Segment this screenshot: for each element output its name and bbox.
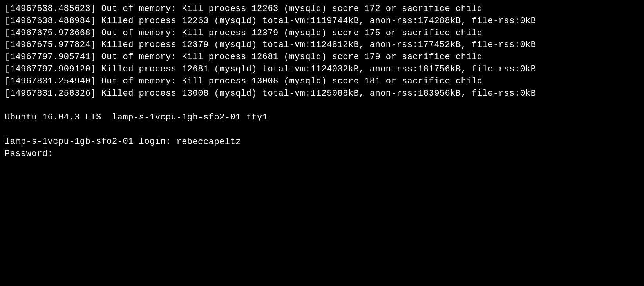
kernel-log-line: [14967638.488984] Killed process 12263 (… — [5, 15, 639, 27]
password-line: Password: — [5, 148, 639, 160]
kernel-log-line: [14967831.254940] Out of memory: Kill pr… — [5, 76, 639, 88]
blank-line — [5, 100, 639, 112]
login-password-input[interactable] — [58, 148, 162, 160]
kernel-log-line: [14967797.905741] Out of memory: Kill pr… — [5, 51, 639, 63]
kernel-log-line: [14967831.258326] Killed process 13008 (… — [5, 88, 639, 100]
blank-line — [5, 124, 639, 136]
password-prompt: Password: — [5, 148, 58, 160]
kernel-log-line: [14967638.485623] Out of memory: Kill pr… — [5, 3, 639, 15]
kernel-log-line: [14967797.909120] Killed process 12681 (… — [5, 63, 639, 76]
kernel-log-line: [14967675.977824] Killed process 12379 (… — [5, 39, 639, 51]
os-banner: Ubuntu 16.04.3 LTS lamp-s-1vcpu-1gb-sfo2… — [5, 112, 639, 124]
login-prompt: lamp-s-1vcpu-1gb-sfo2-01 login: — [5, 136, 176, 148]
kernel-log-line: [14967675.973668] Out of memory: Kill pr… — [5, 27, 639, 40]
login-line: lamp-s-1vcpu-1gb-sfo2-01 login: — [5, 136, 639, 148]
login-username-input[interactable] — [176, 136, 280, 148]
